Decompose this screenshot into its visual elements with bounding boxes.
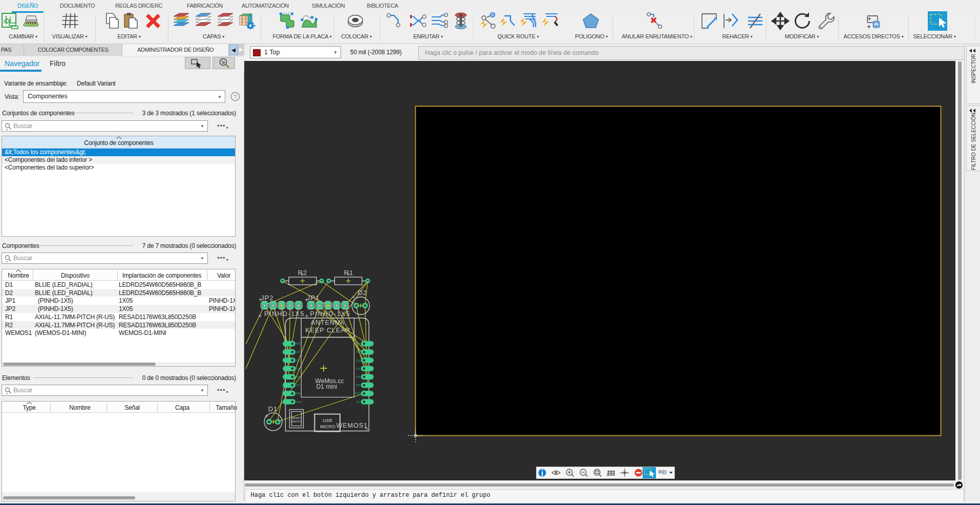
svg-text:D3: D3	[356, 375, 360, 378]
svg-text:R1: R1	[344, 269, 354, 277]
svg-text:GND: GND	[353, 392, 360, 395]
svg-text:D1: D1	[268, 405, 278, 413]
svg-text:USB: USB	[323, 418, 332, 423]
svg-text:RST: RST	[296, 342, 303, 345]
svg-text:PINHD-1X5: PINHD-1X5	[310, 310, 351, 318]
svg-text:D1: D1	[356, 359, 360, 362]
svg-text:ANTENNA: ANTENNA	[311, 319, 345, 326]
svg-text:5V: 5V	[356, 401, 360, 404]
svg-text:RESET: RESET	[292, 416, 301, 419]
svg-text:PINHD-1X5: PINHD-1X5	[264, 310, 305, 318]
svg-text:KEEP CLEAR: KEEP CLEAR	[305, 327, 350, 334]
svg-text:3V3: 3V3	[296, 401, 302, 404]
svg-text:D2: D2	[356, 367, 360, 370]
svg-text:D1 mini: D1 mini	[316, 383, 337, 390]
svg-text:D2: D2	[358, 289, 368, 297]
svg-text:JP1: JP1	[307, 294, 319, 302]
svg-text:D0: D0	[296, 359, 301, 362]
svg-text:RX: RX	[356, 350, 360, 353]
svg-text:D6: D6	[296, 375, 301, 378]
svg-text:WEMOS1: WEMOS1	[336, 422, 368, 429]
svg-text:D8: D8	[296, 392, 301, 395]
svg-text:?: ?	[233, 94, 237, 100]
svg-text:MICRO: MICRO	[320, 424, 335, 429]
svg-text:D4: D4	[356, 384, 360, 387]
svg-text:JP2: JP2	[261, 294, 273, 302]
svg-text:D7: D7	[296, 384, 301, 387]
svg-text:D5: D5	[296, 367, 301, 370]
svg-text:R2: R2	[298, 269, 308, 277]
svg-text:A0: A0	[296, 350, 301, 353]
svg-text:SWITCH: SWITCH	[291, 420, 302, 423]
svg-text:TX: TX	[356, 342, 360, 345]
